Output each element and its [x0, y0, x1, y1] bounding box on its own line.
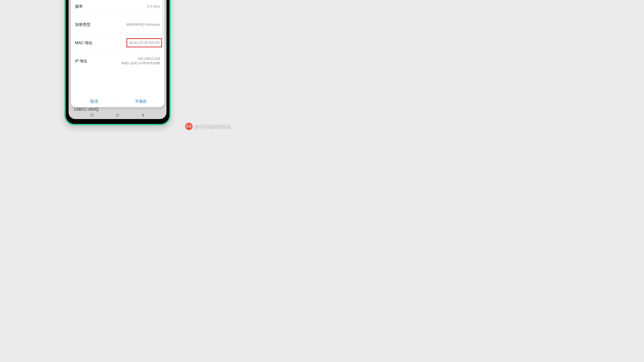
background-wifi-item: CMCC-v5VQ [74, 107, 98, 112]
watermark-badge-icon: 头条 [185, 123, 192, 130]
value-mac-address: A0:41:47:3F:ED:F8 [126, 38, 162, 47]
label-encryption: 加密类型 [75, 22, 90, 27]
row-mac-address: MAC 地址 A0:41:47:3F:ED:F8 [75, 34, 160, 52]
row-encryption: 加密类型 WPA/WPA2-Personal [75, 15, 160, 34]
label-ip-address: IP 地址 [75, 58, 88, 63]
row-frequency: 频率 2.4 GHz [75, 0, 160, 15]
phone-frame: CMCC-v5VQ 信号强度 强 连接速度 135 Mbps [64, 0, 171, 125]
recent-apps-icon[interactable] [90, 113, 94, 117]
value-ip-address: 192.168.0.103 fe80::a241:47ff:fe3f:edf8 [122, 57, 160, 65]
back-icon[interactable] [141, 113, 145, 117]
label-frequency: 频率 [75, 4, 83, 9]
phone-screen: CMCC-v5VQ 信号强度 强 连接速度 135 Mbps [68, 0, 166, 119]
home-icon[interactable] [116, 113, 120, 117]
forget-button[interactable]: 不保存 [118, 99, 164, 104]
value-ip-v4: 192.168.0.103 [137, 57, 160, 61]
value-frequency: 2.4 GHz [147, 4, 160, 8]
value-ip-v6: fe80::a241:47ff:fe3f:edf8 [122, 61, 160, 65]
android-navbar [68, 111, 166, 119]
details-list: 信号强度 强 连接速度 135 Mbps 频率 2.4 GHz 加密类 [71, 0, 164, 96]
svg-rect-0 [91, 114, 93, 116]
row-ip-address: IP 地址 192.168.0.103 fe80::a241:47ff:fe3f… [75, 52, 160, 70]
dialog-actions: 取消 不保存 [71, 96, 164, 107]
scrollbar[interactable] [162, 0, 163, 38]
phone-bezel: CMCC-v5VQ 信号强度 强 连接速度 135 Mbps [66, 0, 169, 124]
label-mac-address: MAC 地址 [75, 40, 92, 45]
value-encryption: WPA/WPA2-Personal [126, 22, 160, 27]
watermark: 头条 @玩手机的张先生 [185, 123, 232, 130]
watermark-text: @玩手机的张先生 [194, 123, 232, 129]
cancel-button[interactable]: 取消 [71, 99, 118, 104]
wifi-details-dialog: 信号强度 强 连接速度 135 Mbps 频率 2.4 GHz 加密类 [71, 0, 164, 107]
svg-point-1 [116, 114, 119, 116]
